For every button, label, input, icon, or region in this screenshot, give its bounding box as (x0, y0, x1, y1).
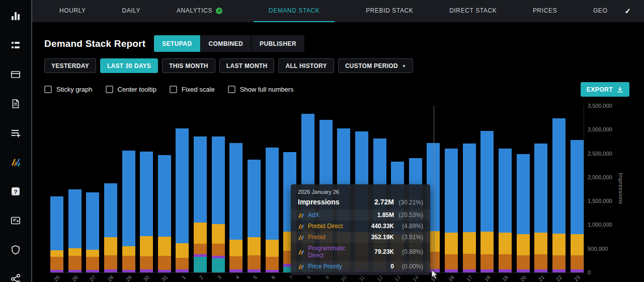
checkbox-sticky-graph[interactable]: Sticky graph (44, 86, 93, 93)
tooltip-rows: AdX1.85M(20.53%)Prebid Direct440.33K(4.8… (291, 209, 430, 272)
bar-20[interactable] (517, 154, 530, 272)
period-all-history[interactable]: ALL HISTORY (278, 58, 334, 73)
y-tick-label: 3,500,000 (588, 103, 612, 109)
segment-prebid (176, 258, 189, 270)
setupad-logo[interactable] (10, 157, 21, 168)
x-tick-label: 12 (369, 274, 384, 282)
bar-27[interactable] (86, 192, 99, 272)
x-tick-label: 1 (172, 274, 186, 282)
playlist-add-icon[interactable] (10, 127, 21, 138)
bar-6[interactable] (266, 148, 279, 272)
x-tick-label: 7 (279, 274, 294, 282)
tooltip-row-prebid-direct: Prebid Direct440.33K(4.89%) (291, 221, 430, 232)
bar-31[interactable] (158, 155, 171, 272)
bar-4[interactable] (229, 143, 243, 272)
setupad-logo-icon (298, 263, 304, 270)
document-icon[interactable] (10, 98, 21, 109)
chart-tooltip: 2026 January 26 Impressions 2.72M (30.21… (291, 184, 430, 275)
x-tick-label: 10 (333, 274, 348, 282)
period-yesterday[interactable]: YESTERDAY (44, 58, 96, 73)
billing-icon[interactable] (10, 215, 21, 226)
bar-2[interactable] (194, 136, 207, 272)
bar-17[interactable] (463, 144, 476, 272)
x-tick-label: 31 (154, 274, 169, 282)
bar-29[interactable] (122, 151, 135, 272)
nav-tab-analytics[interactable]: ANALYTICS (172, 0, 227, 22)
period-last-30-days[interactable]: LAST 30 DAYS (100, 58, 158, 73)
tooltip-row-name: Prebid (308, 234, 358, 241)
nav-tab-direct-stack[interactable]: DIRECT STACK (444, 0, 502, 22)
segment-prebid (104, 255, 117, 269)
tooltip-total-row: Impressions 2.72M (30.21%) (291, 196, 430, 209)
segment-prebid-direct (248, 237, 261, 255)
y-tick-label: 1,500,000 (588, 198, 612, 204)
bar-25[interactable] (50, 196, 63, 272)
export-button[interactable]: EXPORT (581, 82, 629, 97)
bar-19[interactable] (499, 149, 512, 272)
nav-tab-demand-stack[interactable]: DEMAND STACK (254, 0, 335, 22)
segment-prebid (499, 254, 512, 269)
bar-30[interactable] (140, 152, 153, 272)
sidebar-scrollbar[interactable] (31, 0, 32, 282)
checkbox-center-tooltip[interactable]: Center tooltip (106, 86, 156, 93)
checkbox-label: Fixed scale (182, 86, 215, 93)
view-tab-combined[interactable]: COMBINED (201, 35, 252, 52)
share-icon[interactable] (10, 273, 21, 282)
card-icon[interactable] (10, 69, 21, 80)
bar-22[interactable] (552, 118, 566, 272)
nav-tab-prices[interactable]: PRICES (528, 0, 562, 22)
x-tick-label: 8 (297, 274, 312, 282)
segment-adx (229, 143, 243, 240)
chart-options: Sticky graphCenter tooltipFixed scaleSho… (44, 84, 294, 95)
bar-23[interactable] (571, 140, 584, 272)
period-last-month[interactable]: LAST MONTH (219, 58, 275, 73)
view-tab-setupad[interactable]: SETUPAD (154, 35, 200, 52)
segment-prebid (122, 256, 135, 270)
nav-tab-geo[interactable]: GEO (588, 0, 612, 22)
bar-3[interactable] (212, 136, 225, 272)
segment-prebid-direct (552, 234, 566, 255)
y-axis-line (584, 106, 584, 272)
y-axis-title: Impressions (618, 173, 624, 204)
x-tick-label: 22 (548, 274, 563, 282)
bar-16[interactable] (445, 149, 458, 272)
bar-26[interactable] (68, 189, 82, 272)
nav-tab-hourly[interactable]: HOURLY (54, 0, 91, 22)
segment-prebid (534, 254, 547, 269)
period-this-month[interactable]: THIS MONTH (162, 58, 215, 73)
bar-1[interactable] (176, 128, 189, 272)
dashboard-chart-icon[interactable] (10, 11, 21, 22)
checkbox-show-full-numbers[interactable]: Show full numbers (228, 86, 294, 93)
segment-prebid-direct (212, 224, 225, 244)
x-tick-label: 6 (262, 274, 276, 282)
tooltip-row-pct: (0.00%) (394, 263, 423, 270)
x-tick-label: 27 (82, 274, 97, 282)
tooltip-row-value: 440.33K (358, 223, 394, 230)
shield-icon[interactable] (10, 244, 21, 255)
check-icon[interactable]: ✓ (619, 0, 644, 22)
segment-prebid (248, 255, 261, 269)
segment-prebid-direct (104, 237, 117, 255)
x-tick-label: 16 (441, 274, 455, 282)
bar-18[interactable] (480, 131, 494, 272)
period-label: YESTERDAY (51, 62, 89, 69)
period-custom-period[interactable]: CUSTOM PERIOD▼ (338, 58, 413, 73)
nav-tab-label: DIRECT STACK (449, 7, 497, 14)
help-icon[interactable]: ? (10, 186, 21, 197)
bar-28[interactable] (104, 183, 117, 272)
segment-adx (212, 136, 225, 224)
tooltip-row-pct: (20.53%) (394, 212, 423, 219)
nav-tabs: HOURLYDAILYANALYTICSDEMAND STACKPREBID S… (32, 0, 619, 22)
period-label: LAST 30 DAYS (107, 62, 151, 69)
view-tab-publisher[interactable]: PUBLISHER (252, 35, 304, 52)
report-rows-icon[interactable] (10, 40, 21, 51)
nav-tab-daily[interactable]: DAILY (117, 0, 145, 22)
crosshair (434, 106, 434, 272)
tooltip-row-pct: (3.91%) (394, 234, 423, 241)
segment-prebid (140, 256, 153, 270)
nav-tab-prebid-stack[interactable]: PREBID STACK (361, 0, 418, 22)
checkbox-fixed-scale[interactable]: Fixed scale (170, 86, 215, 93)
bar-21[interactable] (534, 144, 547, 272)
bar-5[interactable] (248, 160, 261, 272)
segment-prebid-direct (158, 237, 171, 256)
